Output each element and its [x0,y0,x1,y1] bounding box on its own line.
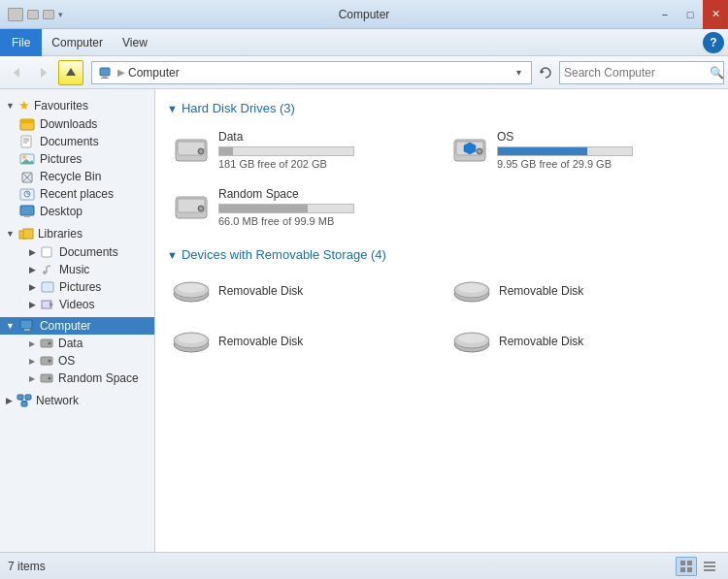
file-menu[interactable]: File [0,29,42,56]
back-button[interactable] [4,60,29,85]
computer-header[interactable]: ▼ Computer [0,317,154,335]
minimize-button[interactable]: − [652,0,678,29]
favourites-label: Favourites [34,99,88,113]
svg-rect-8 [20,119,34,123]
network-icon [17,394,32,407]
quick-access-icon [27,10,39,19]
favourites-section: ▼ ★ Favourites Downloads Documents [0,95,154,220]
removable-grid: Removable Disk Removable Disk Removable … [167,272,716,361]
forward-icon [37,66,50,80]
usb-icon-1 [172,276,211,306]
recycle-bin-icon [19,170,35,183]
drive-random-name: Random Space [218,187,433,201]
favourites-expand: ▼ [6,101,15,111]
app-icon [8,8,23,21]
svg-rect-9 [21,136,31,147]
address-text: Computer [128,66,180,80]
removable-section-label: Devices with Removable Storage (4) [182,247,386,262]
sidebar-item-lib-documents[interactable]: ▶ Documents [0,243,154,261]
sidebar-item-recycle-bin[interactable]: Recycle Bin [0,168,154,185]
view-menu[interactable]: View [113,29,157,56]
search-bar[interactable]: 🔍 [559,61,724,84]
sidebar-item-lib-music[interactable]: ▶ Music [0,261,154,278]
hdd-os-large-icon [450,134,489,167]
drive-data-fill [219,147,233,155]
lib-documents-label: Documents [59,245,118,259]
drive-item-data[interactable]: Data 181 GB free of 202 GB [167,125,438,175]
sidebar-item-comp-data[interactable]: ▶ Data [0,335,154,352]
address-dropdown[interactable]: ▾ [513,67,525,78]
lib-music-icon [41,264,54,275]
large-icons-view-button[interactable] [676,557,697,576]
hdd-chevron: ▼ [167,103,178,114]
removable-disk-4[interactable]: Removable Disk [447,322,716,361]
pictures-label: Pictures [40,152,82,166]
drives-grid: Data 181 GB free of 202 GB [167,125,716,232]
svg-rect-26 [23,229,33,239]
sidebar-item-lib-pictures[interactable]: ▶ Pictures [0,278,154,296]
forward-button[interactable] [31,60,56,85]
libraries-label: Libraries [38,227,83,241]
computer-address-icon [98,66,114,80]
svg-rect-44 [21,402,27,406]
svg-rect-78 [687,567,692,572]
sidebar-item-comp-random[interactable]: ▶ Random Space [0,370,154,387]
help-button[interactable]: ? [703,32,724,53]
drive-item-random[interactable]: Random Space 66.0 MB free of 99.9 MB [167,182,438,232]
sidebar-item-desktop[interactable]: Desktop [0,203,154,220]
removable-disk-3[interactable]: Removable Disk [167,322,436,361]
svg-rect-23 [20,206,34,215]
window-title: Computer [339,8,390,21]
svg-point-68 [458,283,485,293]
svg-rect-3 [100,68,110,76]
removable-disk-2[interactable]: Removable Disk [447,272,716,310]
network-label: Network [36,394,79,407]
documents-label: Documents [40,135,99,148]
address-bar[interactable]: ▶ Computer ▾ [91,61,532,84]
svg-rect-79 [704,562,715,563]
hdd-random-large-icon [172,191,211,224]
refresh-icon [539,66,552,80]
search-icon[interactable]: 🔍 [710,66,724,80]
sidebar-item-lib-videos[interactable]: ▶ Videos [0,296,154,313]
removable-chevron: ▼ [167,249,178,261]
usb-icon-3 [172,327,211,356]
maximize-button[interactable]: □ [678,0,703,29]
removable-disk-3-label: Removable Disk [218,335,303,348]
svg-point-62 [200,207,203,209]
close-button[interactable]: ✕ [703,0,728,29]
toolbar: ▶ Computer ▾ 🔍 [0,56,728,89]
search-input[interactable] [564,66,710,80]
svg-rect-43 [25,395,31,400]
libraries-header[interactable]: ▼ Libraries [0,224,154,243]
up-icon [64,66,78,80]
removable-section-header[interactable]: ▼ Devices with Removable Storage (4) [167,247,716,262]
downloads-icon [19,117,35,131]
comp-os-label: OS [58,354,75,368]
svg-marker-2 [66,68,76,76]
svg-point-65 [178,283,205,293]
sidebar-item-recent-places[interactable]: Recent places [0,185,154,203]
drive-item-os[interactable]: OS 9.95 GB free of 29.9 GB [446,125,716,175]
hdd-data-icon [40,338,53,349]
hdd-section-label: Hard Disk Drives (3) [182,101,295,115]
lib-music-expand: ▶ [29,265,36,274]
removable-disk-1[interactable]: Removable Disk [167,272,436,310]
titlebar-controls: − □ ✕ [652,0,728,29]
network-section: ▶ Network [0,391,154,410]
content-area: ▼ Hard Disk Drives (3) Data 181 [155,89,728,552]
computer-menu[interactable]: Computer [42,29,113,56]
refresh-button[interactable] [534,61,557,84]
sidebar-item-documents[interactable]: Documents [0,133,154,150]
details-view-button[interactable] [699,557,720,576]
sidebar-item-comp-os[interactable]: ▶ OS [0,352,154,370]
network-header[interactable]: ▶ Network [0,391,154,410]
drive-data-free: 181 GB free of 202 GB [218,158,433,170]
recycle-bin-label: Recycle Bin [40,170,101,183]
hdd-section-header[interactable]: ▼ Hard Disk Drives (3) [167,101,716,115]
sidebar-item-downloads[interactable]: Downloads [0,115,154,133]
up-button[interactable] [58,60,83,85]
computer-sidebar-icon [19,319,35,333]
favourites-header[interactable]: ▼ ★ Favourites [0,95,154,115]
sidebar-item-pictures[interactable]: Pictures [0,150,154,168]
